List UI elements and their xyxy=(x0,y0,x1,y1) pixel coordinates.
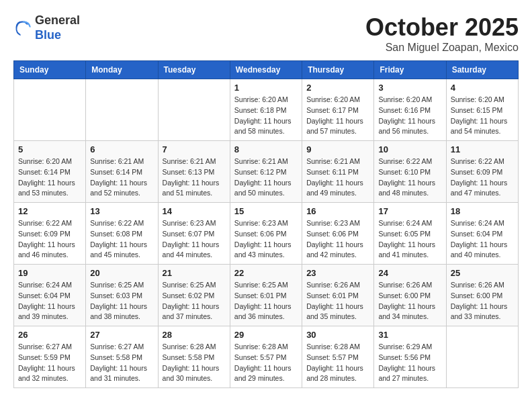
day-number: 24 xyxy=(378,268,441,278)
day-info: Sunrise: 6:22 AMSunset: 6:08 PMDaylight:… xyxy=(90,218,153,261)
calendar-table: SundayMondayTuesdayWednesdayThursdayFrid… xyxy=(13,60,519,388)
calendar-week-row: 5 Sunrise: 6:20 AMSunset: 6:14 PMDayligh… xyxy=(14,141,519,203)
day-number: 1 xyxy=(234,83,298,93)
calendar-cell: 1 Sunrise: 6:20 AMSunset: 6:18 PMDayligh… xyxy=(230,79,302,141)
weekday-header-friday: Friday xyxy=(374,61,446,79)
day-info: Sunrise: 6:21 AMSunset: 6:13 PMDaylight:… xyxy=(163,156,226,199)
calendar-cell: 5 Sunrise: 6:20 AMSunset: 6:14 PMDayligh… xyxy=(14,141,86,203)
day-number: 11 xyxy=(451,144,514,154)
calendar-cell: 7 Sunrise: 6:21 AMSunset: 6:13 PMDayligh… xyxy=(158,141,230,203)
calendar-week-row: 1 Sunrise: 6:20 AMSunset: 6:18 PMDayligh… xyxy=(14,79,519,141)
day-number: 19 xyxy=(18,268,81,278)
calendar-cell: 28 Sunrise: 6:28 AMSunset: 5:58 PMDaylig… xyxy=(158,326,230,388)
day-number: 31 xyxy=(378,330,441,340)
day-number: 5 xyxy=(18,144,81,154)
day-info: Sunrise: 6:21 AMSunset: 6:14 PMDaylight:… xyxy=(90,156,153,199)
day-info: Sunrise: 6:25 AMSunset: 6:02 PMDaylight:… xyxy=(163,280,226,322)
calendar-cell: 10 Sunrise: 6:22 AMSunset: 6:10 PMDaylig… xyxy=(374,141,446,203)
day-info: Sunrise: 6:26 AMSunset: 6:01 PMDaylight:… xyxy=(306,280,369,322)
day-number: 22 xyxy=(234,268,298,278)
day-number: 9 xyxy=(306,144,369,154)
calendar-cell: 19 Sunrise: 6:24 AMSunset: 6:04 PMDaylig… xyxy=(14,265,86,326)
calendar-cell: 30 Sunrise: 6:28 AMSunset: 5:57 PMDaylig… xyxy=(302,326,374,388)
day-number: 25 xyxy=(451,268,514,278)
weekday-header-wednesday: Wednesday xyxy=(230,61,302,79)
logo-text: General Blue xyxy=(35,13,80,42)
day-info: Sunrise: 6:27 AMSunset: 5:59 PMDaylight:… xyxy=(18,342,81,384)
day-info: Sunrise: 6:28 AMSunset: 5:58 PMDaylight:… xyxy=(163,342,226,384)
day-info: Sunrise: 6:26 AMSunset: 6:00 PMDaylight:… xyxy=(378,280,441,322)
day-number: 6 xyxy=(90,144,153,154)
calendar-week-row: 12 Sunrise: 6:22 AMSunset: 6:09 PMDaylig… xyxy=(14,203,519,265)
day-info: Sunrise: 6:25 AMSunset: 6:03 PMDaylight:… xyxy=(90,280,153,322)
calendar-cell: 3 Sunrise: 6:20 AMSunset: 6:16 PMDayligh… xyxy=(374,79,446,141)
day-number: 13 xyxy=(90,206,153,216)
day-info: Sunrise: 6:23 AMSunset: 6:06 PMDaylight:… xyxy=(306,218,369,261)
logo: General Blue xyxy=(13,13,80,42)
day-number: 28 xyxy=(163,330,226,340)
day-info: Sunrise: 6:20 AMSunset: 6:17 PMDaylight:… xyxy=(306,95,369,137)
day-number: 14 xyxy=(163,206,226,216)
day-number: 12 xyxy=(18,206,81,216)
day-number: 3 xyxy=(378,83,441,93)
calendar-cell: 16 Sunrise: 6:23 AMSunset: 6:06 PMDaylig… xyxy=(302,203,374,265)
calendar-cell: 6 Sunrise: 6:21 AMSunset: 6:14 PMDayligh… xyxy=(86,141,158,203)
calendar-cell: 20 Sunrise: 6:25 AMSunset: 6:03 PMDaylig… xyxy=(86,265,158,326)
day-number: 20 xyxy=(90,268,153,278)
calendar-cell: 25 Sunrise: 6:26 AMSunset: 6:00 PMDaylig… xyxy=(446,265,518,326)
day-info: Sunrise: 6:24 AMSunset: 6:05 PMDaylight:… xyxy=(378,218,441,261)
day-number: 8 xyxy=(234,144,298,154)
weekday-header-saturday: Saturday xyxy=(446,61,518,79)
day-info: Sunrise: 6:21 AMSunset: 6:11 PMDaylight:… xyxy=(306,156,369,199)
title-area: October 2025 San Miguel Zoapan, Mexico xyxy=(365,13,519,54)
day-info: Sunrise: 6:28 AMSunset: 5:57 PMDaylight:… xyxy=(234,342,298,384)
calendar-week-row: 19 Sunrise: 6:24 AMSunset: 6:04 PMDaylig… xyxy=(14,265,519,326)
calendar-cell: 21 Sunrise: 6:25 AMSunset: 6:02 PMDaylig… xyxy=(158,265,230,326)
day-info: Sunrise: 6:20 AMSunset: 6:18 PMDaylight:… xyxy=(234,95,298,137)
calendar-week-row: 26 Sunrise: 6:27 AMSunset: 5:59 PMDaylig… xyxy=(14,326,519,388)
calendar-cell: 22 Sunrise: 6:25 AMSunset: 6:01 PMDaylig… xyxy=(230,265,302,326)
calendar-cell: 31 Sunrise: 6:29 AMSunset: 5:56 PMDaylig… xyxy=(374,326,446,388)
day-number: 26 xyxy=(18,330,81,340)
day-info: Sunrise: 6:22 AMSunset: 6:09 PMDaylight:… xyxy=(18,218,81,261)
calendar-cell: 2 Sunrise: 6:20 AMSunset: 6:17 PMDayligh… xyxy=(302,79,374,141)
day-number: 15 xyxy=(234,206,298,216)
calendar-cell: 13 Sunrise: 6:22 AMSunset: 6:08 PMDaylig… xyxy=(86,203,158,265)
location-title: San Miguel Zoapan, Mexico xyxy=(365,42,519,54)
month-title: October 2025 xyxy=(365,13,519,42)
calendar-cell: 15 Sunrise: 6:23 AMSunset: 6:06 PMDaylig… xyxy=(230,203,302,265)
calendar-cell xyxy=(14,79,86,141)
day-info: Sunrise: 6:23 AMSunset: 6:06 PMDaylight:… xyxy=(234,218,298,261)
day-number: 30 xyxy=(306,330,369,340)
day-info: Sunrise: 6:22 AMSunset: 6:10 PMDaylight:… xyxy=(378,156,441,199)
calendar-cell: 27 Sunrise: 6:27 AMSunset: 5:58 PMDaylig… xyxy=(86,326,158,388)
calendar-cell: 14 Sunrise: 6:23 AMSunset: 6:07 PMDaylig… xyxy=(158,203,230,265)
day-info: Sunrise: 6:20 AMSunset: 6:15 PMDaylight:… xyxy=(451,95,514,137)
day-info: Sunrise: 6:25 AMSunset: 6:01 PMDaylight:… xyxy=(234,280,298,322)
day-number: 17 xyxy=(378,206,441,216)
weekday-header-monday: Monday xyxy=(86,61,158,79)
calendar-cell xyxy=(158,79,230,141)
day-number: 2 xyxy=(306,83,369,93)
day-info: Sunrise: 6:22 AMSunset: 6:09 PMDaylight:… xyxy=(451,156,514,199)
day-number: 21 xyxy=(163,268,226,278)
day-number: 18 xyxy=(451,206,514,216)
day-info: Sunrise: 6:23 AMSunset: 6:07 PMDaylight:… xyxy=(163,218,226,261)
calendar-cell: 11 Sunrise: 6:22 AMSunset: 6:09 PMDaylig… xyxy=(446,141,518,203)
day-info: Sunrise: 6:28 AMSunset: 5:57 PMDaylight:… xyxy=(306,342,369,384)
day-number: 27 xyxy=(90,330,153,340)
calendar-cell: 23 Sunrise: 6:26 AMSunset: 6:01 PMDaylig… xyxy=(302,265,374,326)
day-number: 23 xyxy=(306,268,369,278)
day-info: Sunrise: 6:29 AMSunset: 5:56 PMDaylight:… xyxy=(378,342,441,384)
day-number: 7 xyxy=(163,144,226,154)
weekday-header-sunday: Sunday xyxy=(14,61,86,79)
day-info: Sunrise: 6:27 AMSunset: 5:58 PMDaylight:… xyxy=(90,342,153,384)
day-info: Sunrise: 6:20 AMSunset: 6:14 PMDaylight:… xyxy=(18,156,81,199)
weekday-header-row: SundayMondayTuesdayWednesdayThursdayFrid… xyxy=(14,61,519,79)
day-info: Sunrise: 6:24 AMSunset: 6:04 PMDaylight:… xyxy=(18,280,81,322)
page-header: General Blue October 2025 San Miguel Zoa… xyxy=(13,13,519,54)
day-info: Sunrise: 6:26 AMSunset: 6:00 PMDaylight:… xyxy=(451,280,514,322)
calendar-cell xyxy=(446,326,518,388)
calendar-cell: 9 Sunrise: 6:21 AMSunset: 6:11 PMDayligh… xyxy=(302,141,374,203)
day-info: Sunrise: 6:21 AMSunset: 6:12 PMDaylight:… xyxy=(234,156,298,199)
